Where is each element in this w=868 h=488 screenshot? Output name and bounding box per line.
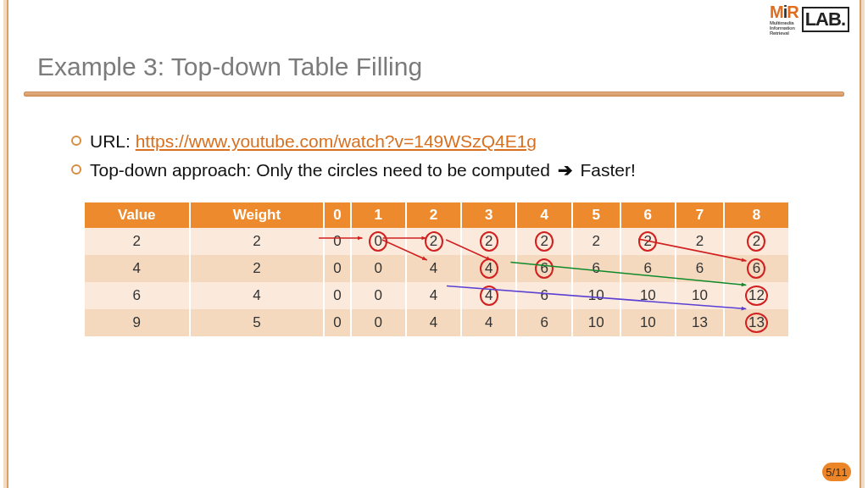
col-header-cap-0: 0	[324, 202, 350, 228]
circled-value: 13	[745, 313, 768, 333]
table-row: 42004466666	[85, 255, 788, 282]
approach-text-pre: Top-down approach: Only the circles need…	[90, 160, 555, 180]
col-header-cap-5: 5	[572, 202, 620, 228]
col-header-cap-6: 6	[620, 202, 676, 228]
logo-mir: MiR	[770, 3, 798, 20]
logo-mir-sub: MultimediaInformationRetrieval	[770, 20, 795, 36]
cell-cap: 4	[461, 255, 516, 282]
cell-cap: 6	[516, 255, 571, 282]
table-row: 22002222222	[85, 228, 788, 255]
dp-table: ValueWeight012345678 2200222222242004466…	[85, 202, 788, 336]
title-rule	[24, 92, 844, 97]
dp-table-container: ValueWeight012345678 2200222222242004466…	[85, 202, 788, 336]
bullet-approach: Top-down approach: Only the circles need…	[71, 160, 834, 180]
bullet-url: URL: https://www.youtube.com/watch?v=149…	[71, 131, 834, 152]
cell-cap: 2	[620, 228, 676, 255]
cell-cap: 6	[620, 255, 676, 282]
cell-cap: 6	[676, 255, 724, 282]
table-row: 950044610101313	[85, 309, 788, 336]
cell-cap: 0	[351, 228, 406, 255]
cell-cap: 0	[324, 282, 350, 309]
cell-cap: 6	[724, 255, 788, 282]
col-header-value: Value	[85, 202, 190, 228]
cell-cap: 6	[572, 255, 620, 282]
col-header-cap-2: 2	[406, 202, 461, 228]
cell-cap: 4	[406, 282, 461, 309]
arrow-right-icon: ➔	[555, 160, 576, 180]
cell-cap: 2	[572, 228, 620, 255]
cell-cap: 0	[324, 255, 350, 282]
cell-weight: 2	[190, 255, 325, 282]
circled-value: 4	[480, 286, 498, 306]
url-link[interactable]: https://www.youtube.com/watch?v=149WSzQ4…	[136, 131, 537, 151]
circled-value: 2	[535, 231, 554, 252]
table-row: 640044610101012	[85, 282, 788, 309]
circled-value: 12	[745, 286, 768, 306]
cell-cap: 10	[676, 282, 724, 309]
circled-value: 6	[535, 258, 554, 279]
cell-cap: 0	[351, 309, 406, 336]
logo-lab: LAB.	[802, 7, 849, 32]
cell-cap: 10	[572, 309, 620, 336]
circled-value: 6	[747, 258, 765, 279]
cell-value: 4	[85, 255, 190, 282]
circled-value: 2	[425, 231, 443, 252]
cell-weight: 4	[190, 282, 325, 309]
slide-title: Example 3: Top-down Table Filling	[37, 53, 422, 81]
circled-value: 2	[638, 231, 657, 252]
bullet-marker-icon	[71, 136, 81, 146]
circled-value: 0	[369, 231, 387, 252]
cell-cap: 13	[676, 309, 724, 336]
col-header-cap-7: 7	[676, 202, 724, 228]
cell-weight: 2	[190, 228, 325, 255]
cell-cap: 2	[676, 228, 724, 255]
cell-cap: 0	[324, 309, 350, 336]
col-header-cap-4: 4	[516, 202, 571, 228]
cell-cap: 6	[516, 309, 571, 336]
cell-cap: 4	[461, 309, 516, 336]
cell-cap: 12	[724, 282, 788, 309]
col-header-weight: Weight	[190, 202, 325, 228]
cell-cap: 10	[572, 282, 620, 309]
circled-value: 2	[747, 231, 765, 252]
cell-cap: 2	[406, 228, 461, 255]
cell-cap: 0	[324, 228, 350, 255]
cell-cap: 2	[461, 228, 516, 255]
cell-cap: 13	[724, 309, 788, 336]
logo: MiR MultimediaInformationRetrieval LAB.	[770, 3, 849, 36]
cell-value: 2	[85, 228, 190, 255]
cell-value: 9	[85, 309, 190, 336]
cell-cap: 0	[351, 255, 406, 282]
col-header-cap-3: 3	[461, 202, 516, 228]
cell-cap: 2	[724, 228, 788, 255]
cell-cap: 6	[516, 282, 571, 309]
circled-value: 4	[480, 258, 498, 279]
cell-cap: 4	[406, 255, 461, 282]
col-header-cap-8: 8	[724, 202, 788, 228]
bullet-marker-icon	[71, 164, 81, 175]
circled-value: 2	[480, 231, 498, 252]
col-header-cap-1: 1	[351, 202, 406, 228]
cell-weight: 5	[190, 309, 325, 336]
approach-text-post: Faster!	[576, 160, 636, 180]
cell-cap: 0	[351, 282, 406, 309]
cell-cap: 2	[516, 228, 571, 255]
bullet-list: URL: https://www.youtube.com/watch?v=149…	[37, 131, 834, 189]
page-number: 5/11	[822, 463, 851, 481]
cell-value: 6	[85, 282, 190, 309]
cell-cap: 4	[461, 282, 516, 309]
cell-cap: 4	[406, 309, 461, 336]
cell-cap: 10	[620, 309, 676, 336]
cell-cap: 10	[620, 282, 676, 309]
url-label: URL:	[90, 131, 136, 151]
